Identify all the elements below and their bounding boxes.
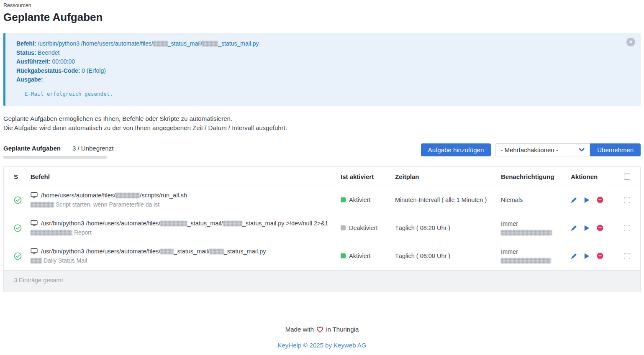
header-command: Befehl: [31, 173, 341, 180]
enabled-state-label: Aktiviert: [349, 197, 371, 203]
enabled-state-label: Deaktiviert: [349, 225, 378, 231]
redacted-text: [31, 202, 54, 207]
command-text: /home/users/automate/files//scripts/run_…: [41, 192, 187, 199]
edit-icon[interactable]: [571, 197, 577, 203]
alert-line: Rückgabestatus-Code: 0 (Erfolg): [16, 66, 633, 76]
redacted-text: [160, 221, 187, 226]
breadcrumb: Ressourcen: [3, 0, 641, 8]
notification-email: [501, 229, 571, 236]
location-text: in Thuringia: [326, 326, 359, 333]
usage-summary: Geplante Aufgaben 3 / Unbegrenzt: [3, 143, 113, 159]
header-schedule: Zeitplan: [395, 173, 501, 180]
site-footer: Made with in Thuringia KeyHelp © 2025 by…: [3, 326, 641, 349]
made-with-text: Made with: [285, 326, 314, 333]
redacted-text: [202, 41, 218, 46]
notification-text: Niemals: [501, 197, 571, 203]
status-ok-icon: [14, 196, 22, 204]
header-notification: Benachrichtigung: [501, 173, 571, 180]
table-body: /home/users/automate/files//scripts/run_…: [4, 186, 640, 270]
schedule-text: Täglich ( 08:20 Uhr ): [395, 225, 501, 231]
tasks-table: S Befehl Ist aktiviert Zeitplan Benachri…: [3, 166, 641, 292]
delete-icon[interactable]: [597, 197, 603, 203]
redacted-text: [153, 41, 168, 46]
table-header-row: S Befehl Ist aktiviert Zeitplan Benachri…: [4, 167, 640, 186]
monitor-icon: [31, 220, 38, 227]
chevron-down-icon: [579, 148, 585, 152]
toolbar: Aufgabe hinzufügen - Mehrfachaktionen - …: [421, 143, 641, 156]
apply-button[interactable]: Übernehmen: [590, 143, 641, 156]
table-row: /usr/bin/python3 /home/users/automate/fi…: [4, 242, 640, 270]
table-footer: 3 Einträge gesamt: [4, 270, 640, 292]
multi-action-select[interactable]: - Mehrfachaktionen -: [495, 143, 590, 156]
enabled-state-label: Aktiviert: [349, 253, 371, 259]
task-description: Report: [31, 229, 341, 236]
close-icon[interactable]: ✕: [626, 38, 635, 46]
row-checkbox[interactable]: [624, 225, 630, 231]
multi-action-group: - Mehrfachaktionen - Übernehmen: [495, 143, 641, 156]
notification-text: Immer: [501, 220, 571, 227]
header-enabled: Ist aktiviert: [341, 173, 395, 180]
alert-line: Ausgabe:: [16, 75, 633, 84]
intro-text: Geplante Aufgaben ermöglichen es Ihnen, …: [3, 114, 641, 133]
row-checkbox[interactable]: [624, 253, 630, 259]
notification-text: Immer: [501, 248, 571, 255]
status-ok-icon: [14, 252, 22, 260]
edit-icon[interactable]: [571, 253, 577, 259]
header-status: S: [14, 173, 31, 180]
select-all-checkbox[interactable]: [624, 174, 630, 180]
monitor-icon: [31, 248, 38, 255]
redacted-text: [31, 258, 42, 263]
copyright-line: KeyHelp © 2025 by Keyweb AG: [3, 342, 641, 349]
usage-label: Geplante Aufgaben: [3, 145, 61, 152]
table-row: /usr/bin/python3 /home/users/automate/fi…: [4, 214, 640, 242]
made-with-line: Made with in Thuringia: [3, 326, 641, 333]
enabled-state-icon: [341, 225, 346, 230]
schedule-text: Minuten-Intervall ( alle 1 Minuten ): [395, 197, 501, 203]
usage-progress-bar: [3, 156, 107, 159]
enabled-state-icon: [341, 197, 346, 202]
redacted-text: [115, 193, 140, 198]
keyhelp-copyright-link[interactable]: KeyHelp © 2025 by Keyweb AG: [277, 342, 366, 349]
redacted-text: [223, 221, 242, 226]
run-icon[interactable]: [584, 197, 590, 203]
status-ok-icon: [14, 224, 22, 232]
page: Ressourcen Geplante Aufgaben ✕ Befehl: /…: [0, 0, 644, 349]
schedule-text: Täglich ( 06:00 Uhr ): [395, 253, 501, 259]
alert-line: Ausführzeit: 00:00:00: [16, 57, 633, 66]
run-icon[interactable]: [584, 253, 590, 259]
redacted-text: [501, 230, 552, 235]
redacted-text: [160, 249, 174, 254]
alert-line: Status: Beendet: [16, 49, 633, 58]
heart-icon: [316, 326, 323, 333]
task-output: E-Mail erfolgreich gesendet.: [25, 89, 633, 99]
table-row: /home/users/automate/files//scripts/run_…: [4, 186, 640, 214]
usage-toolbar-row: Geplante Aufgaben 3 / Unbegrenzt Aufgabe…: [3, 143, 641, 159]
task-description: Daily Status Mail: [31, 257, 341, 264]
header-actions: Aktionen: [571, 173, 618, 180]
page-title: Geplante Aufgaben: [3, 10, 641, 24]
enabled-state-icon: [341, 253, 346, 258]
run-icon[interactable]: [584, 225, 590, 231]
intro-line-1: Geplante Aufgaben ermöglichen es Ihnen, …: [3, 114, 641, 123]
task-result-alert: ✕ Befehl: /usr/bin/python3 /home/users/a…: [3, 33, 641, 106]
multi-action-select-value: - Mehrfachaktionen -: [500, 146, 558, 153]
alert-line: Befehl: /usr/bin/python3 /home/users/aut…: [16, 39, 633, 49]
redacted-text: [210, 249, 224, 254]
delete-icon[interactable]: [597, 253, 603, 259]
intro-line-2: Die Aufgabe wird dann automatisch zu der…: [3, 123, 641, 133]
task-description: Script starten, wenn Parameterfile da is…: [31, 201, 341, 208]
usage-value: 3 / Unbegrenzt: [72, 145, 113, 152]
edit-icon[interactable]: [571, 225, 577, 231]
redacted-text: [31, 230, 72, 235]
delete-icon[interactable]: [597, 225, 603, 231]
alert-lines: Befehl: /usr/bin/python3 /home/users/aut…: [16, 39, 633, 84]
notification-email: [501, 257, 571, 264]
row-checkbox[interactable]: [624, 197, 630, 203]
command-text: /usr/bin/python3 /home/users/automate/fi…: [41, 248, 266, 255]
redacted-text: [501, 258, 551, 263]
add-task-button[interactable]: Aufgabe hinzufügen: [421, 143, 491, 156]
command-text: /usr/bin/python3 /home/users/automate/fi…: [41, 220, 328, 227]
monitor-icon: [31, 192, 38, 199]
